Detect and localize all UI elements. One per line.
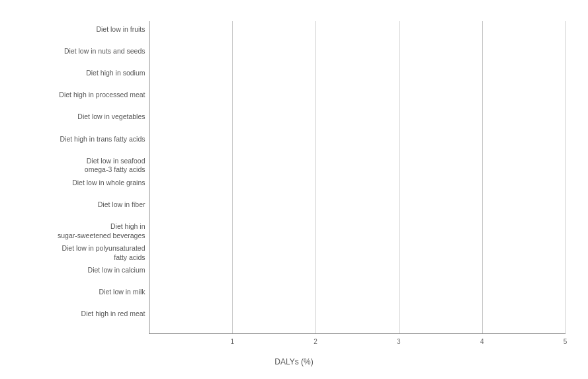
bar-label: Diet low in polyunsaturatedfatty acids <box>14 244 149 262</box>
bar-label: Diet low in fiber <box>14 200 149 210</box>
grid-line <box>566 21 566 333</box>
tick-label: 4 <box>480 338 484 345</box>
grid-line <box>399 21 399 333</box>
tick-label: 3 <box>397 338 401 345</box>
bar-label: Diet low in seafoodomega-3 fatty acids <box>14 157 149 175</box>
grid-line <box>232 21 233 333</box>
bar-label: Diet high insugar-sweetened beverages <box>14 222 149 240</box>
bar-label: Diet low in milk <box>14 288 149 297</box>
bar-label: Diet high in red meat <box>14 310 149 319</box>
chart-container: 12345Diet low in fruitsDiet low in nuts … <box>10 8 579 372</box>
bar-label: Diet low in nuts and seeds <box>14 47 149 56</box>
tick-label: 5 <box>564 338 567 345</box>
chart-area: 12345Diet low in fruitsDiet low in nuts … <box>149 21 566 334</box>
grid-line <box>482 21 483 333</box>
bar-label: Diet high in trans fatty acids <box>14 135 149 144</box>
bar-label: Diet low in whole grains <box>14 179 149 188</box>
bar-label: Diet low in calcium <box>14 266 149 275</box>
bar-label: Diet high in sodium <box>14 69 149 78</box>
x-axis-title: DALYs (%) <box>274 357 313 366</box>
grid-line <box>315 21 316 333</box>
tick-label: 2 <box>314 338 317 345</box>
tick-label: 1 <box>231 338 235 345</box>
bar-label: Diet high in processed meat <box>14 91 149 100</box>
bar-label: Diet low in fruits <box>14 25 149 34</box>
bar-label: Diet low in vegetables <box>14 112 149 122</box>
